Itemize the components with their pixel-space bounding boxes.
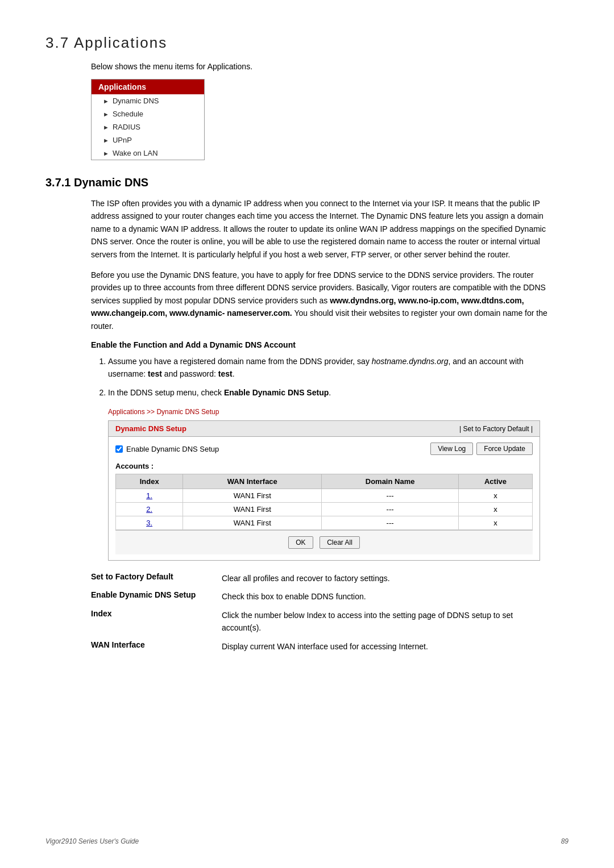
- table-row: 1. WAN1 First --- x: [116, 489, 533, 503]
- menu-item-label: RADIUS: [113, 123, 140, 131]
- arrow-icon: ►: [103, 111, 109, 118]
- row2-active: x: [458, 503, 532, 516]
- desc-content-index: Click the number below Index to access i…: [222, 609, 551, 635]
- menu-item-label: Schedule: [113, 110, 143, 118]
- menu-item-upnp[interactable]: ► UPnP: [92, 133, 204, 147]
- description-table: Set to Factory Default Clear all profile…: [91, 572, 569, 653]
- menu-item-radius[interactable]: ► RADIUS: [92, 120, 204, 133]
- panel-button-group: View Log Force Update: [430, 443, 533, 455]
- footer-left: Vigor2910 Series User's Guide: [45, 837, 139, 845]
- desc-row-index: Index Click the number below Index to ac…: [91, 609, 569, 635]
- row1-domain: ---: [322, 489, 459, 503]
- step-2: In the DDNS setup menu, check Enable Dyn…: [108, 386, 557, 399]
- dns-panel-header: Dynamic DNS Setup | Set to Factory Defau…: [109, 421, 540, 437]
- force-update-button[interactable]: Force Update: [476, 443, 533, 455]
- menu-item-label: UPnP: [113, 136, 132, 144]
- col-index: Index: [116, 474, 183, 489]
- col-active: Active: [458, 474, 532, 489]
- row3-domain: ---: [322, 516, 459, 530]
- step2-bold: Enable Dynamic DNS Setup: [224, 388, 329, 397]
- row3-active: x: [458, 516, 532, 530]
- enable-heading: Enable the Function and Add a Dynamic DN…: [91, 340, 569, 349]
- view-log-button[interactable]: View Log: [430, 443, 473, 455]
- step1-bold2: test: [218, 369, 233, 378]
- col-domain: Domain Name: [322, 474, 459, 489]
- factory-default-link[interactable]: | Set to Factory Default |: [459, 425, 533, 433]
- ok-button[interactable]: OK: [288, 536, 313, 549]
- row1-wan: WAN1 First: [183, 489, 322, 503]
- section-title: 3.7 Applications: [45, 34, 569, 52]
- desc-label-index: Index: [91, 609, 222, 618]
- section-intro: Below shows the menu items for Applicati…: [91, 62, 569, 71]
- desc-label-wan: WAN Interface: [91, 640, 222, 649]
- desc-content-wan: Display current WAN interface used for a…: [222, 640, 428, 653]
- accounts-label: Accounts :: [115, 462, 533, 470]
- table-footer: OK Clear All: [115, 530, 533, 554]
- applications-menu: Applications ► Dynamic DNS ► Schedule ► …: [91, 79, 205, 160]
- desc-row-enable-dns: Enable Dynamic DNS Setup Check this box …: [91, 590, 569, 603]
- table-row: 3. WAN1 First --- x: [116, 516, 533, 530]
- menu-item-wake-on-lan[interactable]: ► Wake on LAN: [92, 147, 204, 160]
- arrow-icon: ►: [103, 124, 109, 131]
- menu-item-label: Wake on LAN: [113, 149, 158, 157]
- desc-row-factory-default: Set to Factory Default Clear all profile…: [91, 572, 569, 585]
- step-1: Assume you have a registered domain name…: [108, 355, 557, 381]
- dns-panel-toprow: Enable Dynamic DNS Setup View Log Force …: [115, 443, 533, 455]
- row2-wan: WAN1 First: [183, 503, 322, 516]
- row2-domain: ---: [322, 503, 459, 516]
- arrow-icon: ►: [103, 137, 109, 144]
- desc-content-enable: Check this box to enable DDNS function.: [222, 590, 366, 603]
- menu-item-dynamic-dns[interactable]: ► Dynamic DNS: [92, 94, 204, 107]
- desc-row-wan: WAN Interface Display current WAN interf…: [91, 640, 569, 653]
- enable-dns-checkbox[interactable]: [115, 445, 123, 453]
- breadcrumb: Applications >> Dynamic DNS Setup: [108, 408, 569, 416]
- footer-right: 89: [561, 837, 569, 845]
- body-para1: The ISP often provides you with a dynami…: [91, 197, 557, 261]
- step1-italic: hostname.dyndns.org: [372, 357, 449, 366]
- enable-checkbox-label: Enable Dynamic DNS Setup: [126, 445, 219, 453]
- table-row: 2. WAN1 First --- x: [116, 503, 533, 516]
- arrow-icon: ►: [103, 98, 109, 105]
- page-footer: Vigor2910 Series User's Guide 89: [45, 837, 569, 845]
- body-para2: Before you use the Dynamic DNS feature, …: [91, 269, 557, 332]
- desc-content-factory: Clear all profiles and recover to factor…: [222, 572, 390, 585]
- step1-bold1: test: [148, 369, 162, 378]
- col-wan: WAN Interface: [183, 474, 322, 489]
- row1-active: x: [458, 489, 532, 503]
- menu-header: Applications: [92, 80, 204, 94]
- desc-label-factory: Set to Factory Default: [91, 572, 222, 581]
- menu-item-label: Dynamic DNS: [113, 97, 159, 105]
- table-header-row: Index WAN Interface Domain Name Active: [116, 474, 533, 489]
- dns-accounts-table: Index WAN Interface Domain Name Active 1…: [115, 474, 533, 530]
- row2-index[interactable]: 2.: [116, 503, 183, 516]
- dns-setup-panel: Dynamic DNS Setup | Set to Factory Defau…: [108, 420, 540, 561]
- clear-all-button[interactable]: Clear All: [320, 536, 360, 549]
- row3-wan: WAN1 First: [183, 516, 322, 530]
- row3-index[interactable]: 3.: [116, 516, 183, 530]
- panel-title: Dynamic DNS Setup: [115, 424, 186, 433]
- subsection-title: 3.7.1 Dynamic DNS: [45, 176, 569, 189]
- arrow-icon: ►: [103, 150, 109, 157]
- steps-list: Assume you have a registered domain name…: [108, 355, 569, 399]
- row1-index[interactable]: 1.: [116, 489, 183, 503]
- desc-label-enable: Enable Dynamic DNS Setup: [91, 590, 222, 599]
- dns-panel-body: Enable Dynamic DNS Setup View Log Force …: [109, 437, 540, 560]
- menu-item-schedule[interactable]: ► Schedule: [92, 107, 204, 120]
- enable-checkbox-row[interactable]: Enable Dynamic DNS Setup: [115, 445, 219, 453]
